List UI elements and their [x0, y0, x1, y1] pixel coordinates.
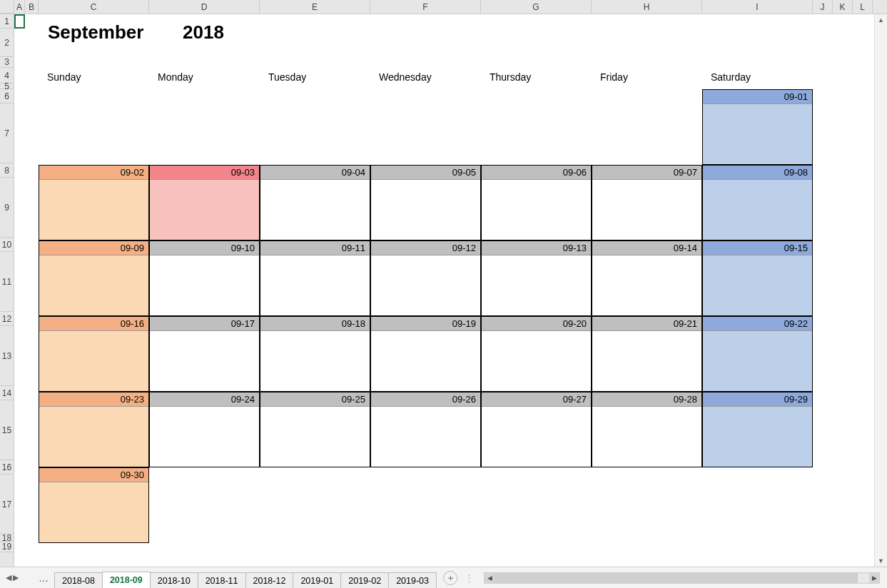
- sheet-tab-2018-09[interactable]: 2018-09: [102, 572, 151, 588]
- calendar-cell-09-11[interactable]: 09-11: [260, 240, 370, 316]
- column-header-J[interactable]: J: [813, 0, 833, 14]
- date-body[interactable]: [371, 407, 480, 467]
- column-header-I[interactable]: I: [702, 0, 813, 14]
- column-header-H[interactable]: H: [592, 0, 702, 14]
- date-body[interactable]: [703, 255, 812, 315]
- calendar-cell-09-13[interactable]: 09-13: [481, 240, 592, 316]
- calendar-cell-09-02[interactable]: 09-02: [39, 165, 149, 240]
- calendar-cell-09-15[interactable]: 09-15: [702, 240, 813, 316]
- row-header-14[interactable]: 14: [0, 386, 14, 400]
- vertical-scrollbar[interactable]: ▲ ▼: [874, 14, 887, 567]
- calendar-cell-09-23[interactable]: 09-23: [39, 392, 149, 467]
- scroll-down-icon[interactable]: ▼: [875, 555, 887, 567]
- date-body[interactable]: [482, 331, 591, 391]
- column-header-D[interactable]: D: [149, 0, 260, 14]
- date-body[interactable]: [150, 180, 259, 240]
- calendar-cell-09-04[interactable]: 09-04: [260, 165, 370, 240]
- date-body[interactable]: [592, 255, 701, 315]
- row-header-1[interactable]: 1: [0, 14, 14, 29]
- calendar-cell-09-30[interactable]: 09-30: [39, 467, 149, 543]
- row-header-7[interactable]: 7: [0, 103, 14, 163]
- calendar-cell-09-10[interactable]: 09-10: [149, 240, 260, 316]
- row-header-18[interactable]: 18: [0, 534, 14, 542]
- column-header-E[interactable]: E: [260, 0, 370, 14]
- sheet-tab-2019-03[interactable]: 2019-03: [388, 572, 437, 588]
- date-body[interactable]: [371, 331, 480, 391]
- row-header-10[interactable]: 10: [0, 238, 14, 252]
- calendar-cell-09-07[interactable]: 09-07: [592, 165, 702, 240]
- calendar-cell-09-19[interactable]: 09-19: [370, 316, 481, 392]
- column-header-F[interactable]: F: [370, 0, 481, 14]
- sheet-tab-2018-10[interactable]: 2018-10: [150, 572, 198, 588]
- row-header-11[interactable]: 11: [0, 252, 14, 312]
- scroll-up-icon[interactable]: ▲: [875, 14, 887, 26]
- calendar-cell-09-12[interactable]: 09-12: [370, 240, 481, 316]
- calendar-cell-09-06[interactable]: 09-06: [481, 165, 592, 240]
- row-header-8[interactable]: 8: [0, 163, 14, 178]
- row-header-12[interactable]: 12: [0, 312, 14, 326]
- calendar-cell-09-16[interactable]: 09-16: [39, 316, 149, 392]
- date-body[interactable]: [39, 331, 148, 391]
- hscroll-thumb[interactable]: [495, 573, 858, 583]
- sheet-tab-2018-11[interactable]: 2018-11: [198, 572, 246, 588]
- calendar-cell-09-05[interactable]: 09-05: [370, 165, 481, 240]
- hscroll-right-icon[interactable]: ▶: [869, 573, 879, 583]
- date-body[interactable]: [703, 104, 812, 164]
- column-header-C[interactable]: C: [39, 0, 149, 14]
- row-header-15[interactable]: 15: [0, 400, 14, 460]
- calendar-cell-09-20[interactable]: 09-20: [481, 316, 592, 392]
- date-body[interactable]: [39, 407, 148, 467]
- column-header-K[interactable]: K: [833, 0, 853, 14]
- sheet-tab-2019-02[interactable]: 2019-02: [340, 572, 389, 588]
- date-body[interactable]: [260, 180, 370, 240]
- sheet-tab-2018-08[interactable]: 2018-08: [54, 572, 103, 588]
- date-body[interactable]: [150, 331, 259, 391]
- date-body[interactable]: [260, 331, 370, 391]
- date-body[interactable]: [260, 407, 370, 467]
- new-sheet-button[interactable]: ＋: [443, 571, 457, 585]
- calendar-cell-09-28[interactable]: 09-28: [592, 392, 702, 467]
- date-body[interactable]: [703, 407, 812, 467]
- calendar-cell-09-21[interactable]: 09-21: [592, 316, 702, 392]
- row-header-6[interactable]: 6: [0, 89, 14, 103]
- tab-overflow-icon[interactable]: …: [33, 572, 54, 584]
- date-body[interactable]: [371, 180, 480, 240]
- date-body[interactable]: [150, 407, 259, 467]
- calendar-cell-09-01[interactable]: 09-01: [702, 89, 813, 165]
- column-header-L[interactable]: L: [853, 0, 873, 14]
- row-header-2[interactable]: 2: [0, 29, 14, 57]
- calendar-cell-09-25[interactable]: 09-25: [260, 392, 370, 467]
- date-body[interactable]: [39, 180, 148, 240]
- row-header-17[interactable]: 17: [0, 475, 14, 534]
- date-body[interactable]: [150, 255, 259, 315]
- tab-next-icon[interactable]: ▶: [13, 573, 19, 582]
- select-all-corner[interactable]: [0, 0, 14, 14]
- column-header-B[interactable]: B: [25, 0, 39, 14]
- date-body[interactable]: [703, 180, 812, 240]
- hscroll-left-icon[interactable]: ◀: [485, 573, 495, 583]
- calendar-cell-09-27[interactable]: 09-27: [481, 392, 592, 467]
- tab-prev-icon[interactable]: ◀: [6, 573, 11, 582]
- date-body[interactable]: [39, 255, 148, 315]
- date-body[interactable]: [482, 407, 591, 467]
- column-header-A[interactable]: A: [14, 0, 25, 14]
- calendar-cell-09-18[interactable]: 09-18: [260, 316, 370, 392]
- calendar-cell-09-24[interactable]: 09-24: [149, 392, 260, 467]
- sheet-tab-2019-01[interactable]: 2019-01: [293, 572, 341, 588]
- date-body[interactable]: [39, 482, 148, 542]
- date-body[interactable]: [592, 407, 701, 467]
- row-header-16[interactable]: 16: [0, 460, 14, 475]
- row-header-13[interactable]: 13: [0, 326, 14, 386]
- row-header-19[interactable]: 19: [0, 542, 14, 552]
- calendar-cell-09-22[interactable]: 09-22: [702, 316, 813, 392]
- date-body[interactable]: [260, 255, 370, 315]
- date-body[interactable]: [703, 331, 812, 391]
- date-body[interactable]: [371, 255, 480, 315]
- tab-nav-arrows[interactable]: ◀ ▶: [0, 573, 33, 582]
- date-body[interactable]: [482, 180, 591, 240]
- calendar-cell-09-17[interactable]: 09-17: [149, 316, 260, 392]
- calendar-cell-09-26[interactable]: 09-26: [370, 392, 481, 467]
- calendar-cell-09-08[interactable]: 09-08: [702, 165, 813, 240]
- calendar-cell-09-09[interactable]: 09-09: [39, 240, 149, 316]
- date-body[interactable]: [482, 255, 591, 315]
